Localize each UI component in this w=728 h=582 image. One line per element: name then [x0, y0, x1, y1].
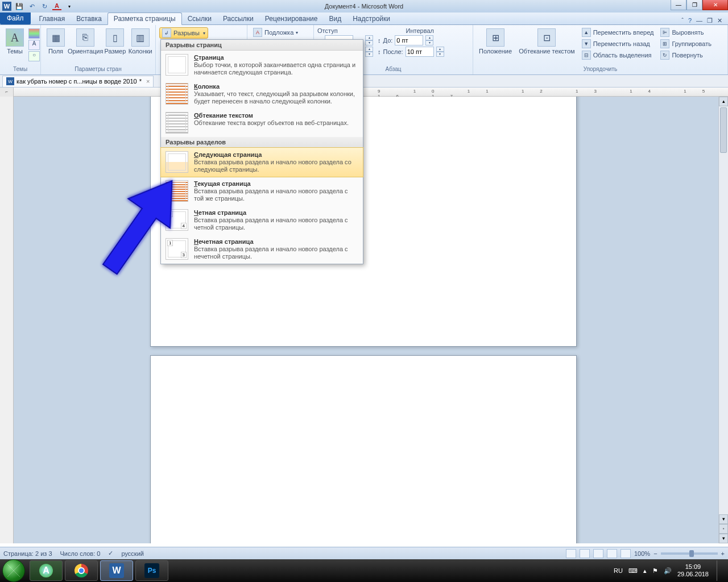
status-page[interactable]: Страница: 2 из 3: [3, 550, 52, 557]
zoom-percent[interactable]: 100%: [634, 550, 650, 557]
themes-button[interactable]: A Темы: [3, 27, 26, 56]
help-icon[interactable]: ?: [688, 17, 692, 24]
dd-item-column[interactable]: КолонкаУказывает, что текст, следующий з…: [161, 80, 363, 109]
theme-colors-icon[interactable]: [28, 28, 40, 39]
dd-item-odd-page[interactable]: 13 Нечетная страницаВставка разрыва разд…: [161, 235, 363, 264]
maximize-button[interactable]: ❐: [686, 0, 702, 10]
tray-lang[interactable]: RU: [614, 567, 623, 574]
status-language[interactable]: русский: [121, 550, 143, 557]
doc-max-icon[interactable]: ❐: [707, 17, 713, 24]
orientation-icon: ⎘: [76, 28, 94, 47]
tray-keyboard-icon[interactable]: ⌨: [628, 567, 638, 575]
align-button[interactable]: ⊫Выровнять: [658, 27, 714, 38]
breaks-button[interactable]: ↲Разрывы▾: [159, 27, 208, 39]
close-button[interactable]: ✕: [702, 0, 728, 10]
document-page-2[interactable]: [150, 355, 577, 543]
scroll-up-icon[interactable]: ▴: [719, 97, 728, 106]
bring-forward-button[interactable]: ▲Переместить вперед: [580, 27, 656, 38]
zoom-out-icon[interactable]: −: [653, 550, 657, 557]
position-icon: ⊞: [486, 28, 504, 47]
dd-item-text-wrap[interactable]: Обтекание текстомОбтекание текста вокруг…: [161, 109, 363, 137]
close-doc-icon[interactable]: ×: [144, 78, 150, 85]
selection-pane-button[interactable]: ⊟Область выделения: [580, 50, 656, 60]
tray-flag-icon[interactable]: ⚑: [652, 567, 658, 575]
save-icon[interactable]: 💾: [15, 2, 24, 11]
watermark-button[interactable]: AПодложка▾: [251, 27, 300, 38]
taskbar-word[interactable]: W: [100, 560, 133, 581]
zoom-in-icon[interactable]: +: [721, 550, 725, 557]
start-button[interactable]: [2, 559, 25, 582]
tab-addins[interactable]: Надстройки: [347, 13, 396, 24]
redo-icon[interactable]: ↻: [40, 2, 49, 11]
group-icon: ⊞: [660, 39, 669, 48]
scroll-down-icon[interactable]: ▾: [719, 514, 728, 524]
tab-review[interactable]: Рецензирование: [259, 13, 324, 24]
tab-page-layout[interactable]: Разметка страницы: [107, 13, 182, 25]
rotate-button[interactable]: ↻Повернуть: [658, 50, 714, 60]
columns-button[interactable]: ▥Колонки: [129, 27, 152, 56]
horizontal-ruler[interactable]: ⌐ 9 10 11 12 13 14 15 16 17: [0, 88, 728, 97]
document-tab[interactable]: W как убрать номер с п...ницы в ворде 20…: [2, 76, 154, 87]
taskbar-app-1[interactable]: A: [30, 560, 63, 581]
dd-item-even-page[interactable]: 24 Четная страницаВставка разрыва раздел…: [161, 206, 363, 235]
tray-clock[interactable]: 15:09 29.06.2018: [677, 563, 709, 578]
position-button[interactable]: ⊞Положение: [477, 27, 514, 56]
tab-home[interactable]: Главная: [34, 13, 71, 24]
view-draft[interactable]: [621, 549, 631, 558]
theme-effects-icon[interactable]: ○: [28, 51, 40, 61]
tray-volume-icon[interactable]: 🔊: [664, 567, 672, 575]
tab-view[interactable]: Вид: [323, 13, 347, 24]
file-tab[interactable]: Файл: [0, 12, 31, 24]
view-print-layout[interactable]: [566, 549, 576, 558]
minimize-button[interactable]: —: [671, 0, 686, 10]
tray-chevron-icon[interactable]: ▴: [643, 567, 647, 575]
wrap-icon: ⊡: [537, 28, 556, 47]
spacing-after-field[interactable]: ↕ После: ▴▾: [378, 47, 444, 57]
wrap-button[interactable]: ⊡Обтекание текстом: [516, 27, 577, 56]
orientation-button[interactable]: ⎘Ориентация: [69, 27, 101, 56]
dd-section-page-breaks: Разрывы страниц: [161, 40, 363, 51]
next-page-icon[interactable]: ▾: [719, 534, 728, 543]
continuous-section-icon: [166, 180, 188, 202]
vertical-ruler[interactable]: [0, 97, 14, 543]
spacing-before-field[interactable]: ↕ До: ▴▾: [378, 35, 433, 45]
minimize-ribbon-icon[interactable]: ˆ: [681, 17, 684, 24]
ruler-corner[interactable]: ⌐: [0, 88, 14, 97]
view-full-screen[interactable]: [580, 549, 590, 558]
group-arrange: ⊞Положение ⊡Обтекание текстом ▲Перемести…: [473, 25, 728, 74]
font-color-icon[interactable]: A: [52, 2, 61, 10]
taskbar-photoshop[interactable]: Ps: [135, 560, 168, 581]
send-backward-button[interactable]: ▼Переместить назад: [580, 39, 656, 49]
doc-close-icon[interactable]: ✕: [717, 17, 722, 24]
dd-item-next-page[interactable]: Следующая страницаВставка разрыва раздел…: [160, 147, 363, 177]
status-words[interactable]: Число слов: 0: [60, 550, 101, 557]
tab-mailings[interactable]: Рассылки: [217, 13, 259, 24]
undo-icon[interactable]: ↶: [27, 2, 36, 11]
vertical-scrollbar[interactable]: ▴ ▾ ◦ ▾: [718, 97, 728, 543]
dd-item-continuous[interactable]: Текущая страницаВставка разрыва раздела …: [161, 177, 363, 206]
taskbar-chrome[interactable]: [65, 560, 98, 581]
view-outline[interactable]: [607, 549, 617, 558]
size-button[interactable]: ▯Размер: [104, 27, 126, 56]
status-bar: Страница: 2 из 3 Число слов: 0 ✓ русский…: [0, 547, 728, 559]
theme-fonts-icon[interactable]: A: [28, 40, 40, 50]
view-web-layout[interactable]: [593, 549, 603, 558]
scroll-thumb[interactable]: [720, 107, 727, 153]
group-page-setup: ▦Поля ⎘Ориентация ▯Размер ▥Колонки Парам…: [41, 25, 156, 74]
margins-button[interactable]: ▦Поля: [44, 27, 67, 56]
tab-insert[interactable]: Вставка: [71, 13, 107, 24]
breaks-dropdown: Разрывы страниц СтраницаВыбор точки, в к…: [160, 39, 363, 264]
group-button[interactable]: ⊞Группировать: [658, 39, 714, 49]
group-themes: A Темы A ○ Темы: [0, 25, 41, 74]
page-container[interactable]: [14, 97, 718, 543]
breaks-icon: ↲: [162, 28, 171, 38]
window-title: Документ4 - Microsoft Word: [325, 3, 403, 10]
status-proofing-icon[interactable]: ✓: [108, 550, 113, 557]
dd-item-page[interactable]: СтраницаВыбор точки, в которой заканчива…: [161, 51, 363, 80]
show-desktop-button[interactable]: [717, 560, 722, 581]
prev-page-icon[interactable]: ◦: [719, 524, 728, 534]
zoom-slider[interactable]: [661, 552, 718, 555]
doc-min-icon[interactable]: —: [696, 17, 702, 24]
qat-dropdown-icon[interactable]: ▾: [65, 2, 74, 11]
tab-references[interactable]: Ссылки: [182, 13, 217, 24]
